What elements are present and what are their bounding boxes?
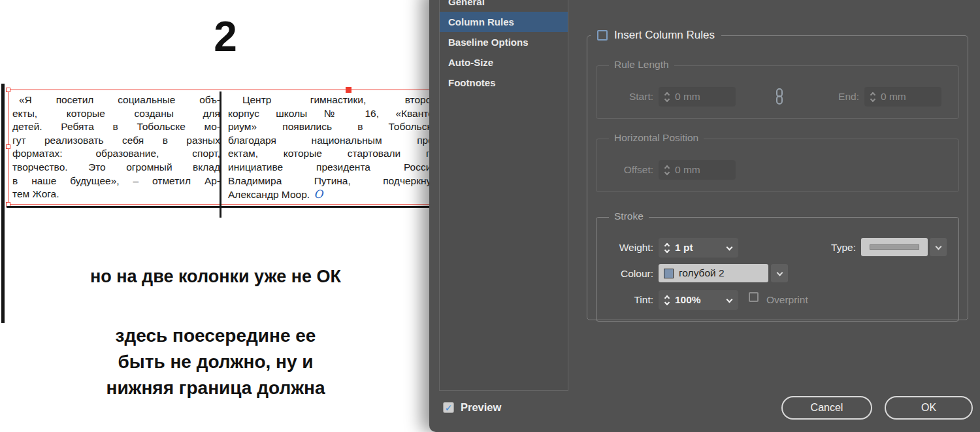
rule-length-title: Rule Length — [609, 59, 674, 71]
nav-item-general[interactable]: General — [440, 0, 568, 12]
text-column-2: Центр гимнастики, второй корпус школы № … — [228, 93, 437, 202]
text-line: екты, которые созданы для — [12, 107, 220, 121]
text-line: ектам, которые стартовали по — [228, 147, 437, 161]
insert-column-rules-checkbox[interactable] — [597, 30, 608, 41]
type-label: Type: — [818, 237, 856, 258]
offset-label: Offset: — [598, 159, 653, 180]
text-line: в наше будущее», – отметил Ар- — [12, 174, 220, 188]
insert-column-rules-label: Insert Column Rules — [614, 29, 715, 42]
colour-value: голубой 2 — [679, 267, 725, 279]
end-label: End: — [819, 86, 859, 107]
text-line: форматах: образование, спорт, — [12, 147, 220, 161]
text-line: благодаря национальным про- — [228, 134, 437, 148]
colour-dropdown[interactable]: голубой 2 — [659, 264, 768, 282]
text-line: инициативе президента России — [228, 161, 437, 174]
nav-item-footnotes[interactable]: Footnotes — [440, 73, 568, 93]
end-spinner-icon[interactable] — [871, 93, 875, 101]
end-stepper[interactable]: 0 mm — [864, 87, 941, 107]
annotation-line: здесь поесередине ее — [0, 323, 431, 349]
preview-row: ✓ Preview — [443, 401, 501, 414]
offset-stepper[interactable]: 0 mm — [659, 160, 736, 180]
text-line: корпус школы № 16, «Кванто- — [228, 107, 437, 121]
screenshot-root: 2 «Я посетил социальные объ- екты, котор… — [0, 0, 980, 432]
text-line: детей. Ребята в Тобольске мо- — [12, 120, 220, 134]
ok-button[interactable]: OK — [885, 396, 973, 420]
text-line: Центр гимнастики, второй — [228, 93, 437, 107]
nav-item-baseline-options[interactable]: Baseline Options — [440, 32, 568, 52]
selected-text-frame[interactable]: «Я посетил социальные объ- екты, которые… — [8, 90, 465, 205]
weight-spinner-icon[interactable] — [665, 244, 669, 252]
weight-value[interactable]: 1 pt — [675, 242, 693, 254]
link-start-end-icon[interactable] — [774, 88, 785, 106]
text-line: «Я посетил социальные объ- — [12, 93, 220, 107]
tint-label: Tint: — [598, 290, 653, 310]
frame-handle-top-center[interactable] — [346, 87, 351, 93]
stroke-style-preview — [870, 244, 919, 250]
start-value[interactable]: 0 mm — [675, 91, 700, 103]
frame-handle-mid-left[interactable] — [6, 144, 10, 149]
frame-bottom-rule-line — [7, 206, 430, 208]
left-column-rule-line — [1, 84, 5, 323]
tint-spinner-icon[interactable] — [665, 296, 669, 305]
check-icon: ✓ — [445, 403, 453, 412]
tint-dropdown[interactable]: 100% — [659, 290, 738, 310]
annotation-line: быть не должно, ну и — [0, 349, 431, 375]
frame-handle-top-left[interactable] — [6, 88, 10, 92]
stroke-type-dropdown[interactable] — [861, 238, 928, 256]
tint-value[interactable]: 100% — [675, 294, 701, 306]
column-divider-rule-line — [220, 91, 221, 218]
stroke-type-chevron-button[interactable] — [930, 238, 947, 256]
nav-item-auto-size[interactable]: Auto-Size — [440, 52, 568, 73]
offset-spinner-icon[interactable] — [665, 166, 669, 174]
tint-chevron-down-icon[interactable] — [727, 297, 733, 303]
text-line: Александр Моор.O — [228, 188, 437, 202]
offset-value[interactable]: 0 mm — [675, 164, 700, 176]
annotation-note-1: но на две колонки уже не ОК — [0, 267, 431, 287]
column-rules-dialog: Column Rules ? General Column Rules Base… — [429, 0, 980, 432]
text-line: творчество. Это огромный вклад — [12, 161, 220, 174]
text-line: риум» появились в Тобольске — [228, 120, 437, 134]
cancel-button[interactable]: Cancel — [781, 396, 872, 420]
insert-column-rules-legend: Insert Column Rules — [591, 26, 721, 44]
overset-indicator-icon: O — [314, 188, 323, 201]
end-value[interactable]: 0 mm — [881, 91, 906, 103]
text-column-1: «Я посетил социальные объ- екты, которые… — [12, 93, 220, 201]
weight-dropdown[interactable]: 1 pt — [659, 238, 738, 258]
dialog-nav-list: General Column Rules Baseline Options Au… — [439, 0, 568, 391]
preview-checkbox[interactable]: ✓ — [443, 402, 454, 413]
nav-item-column-rules[interactable]: Column Rules — [440, 12, 568, 32]
start-label: Start: — [598, 86, 653, 107]
text-line: тем Жога. — [12, 188, 220, 201]
colour-label: Colour: — [598, 263, 653, 284]
dialog-title-text: Column Rules — [579, 0, 653, 1]
weight-label: Weight: — [598, 237, 653, 258]
text-line: Владимира Путина, подчеркнул — [228, 174, 437, 188]
overprint-checkbox[interactable] — [749, 292, 759, 302]
start-stepper[interactable]: 0 mm — [659, 87, 736, 107]
horizontal-position-title: Horizontal Position — [609, 132, 704, 144]
colour-swatch — [664, 269, 674, 278]
dialog-title: Column Rules ? — [579, 0, 669, 1]
stroke-title: Stroke — [609, 210, 649, 222]
text-line-end: Александр Моор. — [228, 189, 310, 200]
colour-chevron-button[interactable] — [771, 264, 788, 282]
preview-label: Preview — [461, 401, 501, 414]
annotation-note-2: здесь поесередине ее быть не должно, ну … — [0, 323, 431, 401]
text-line: гут реализовать себя в разных — [12, 134, 220, 148]
annotation-line: нижняя граница должна — [0, 375, 431, 401]
page-number: 2 — [183, 16, 268, 58]
weight-chevron-down-icon[interactable] — [727, 244, 733, 251]
overprint-label: Overprint — [766, 290, 808, 310]
start-spinner-icon[interactable] — [665, 93, 669, 101]
